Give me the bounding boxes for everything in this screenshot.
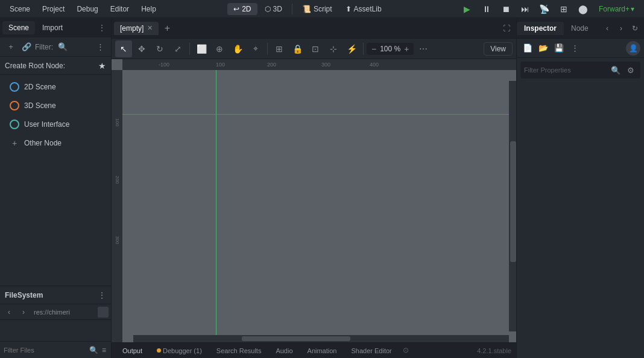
tab-node[interactable]: Node — [564, 22, 596, 35]
nav-prev-button[interactable]: ‹ — [601, 22, 614, 35]
step-button[interactable]: ⏭ — [517, 2, 534, 16]
tab-scene[interactable]: Scene — [2, 21, 35, 34]
tool-sep-3 — [363, 43, 364, 55]
tab-debugger[interactable]: Debugger (1) — [151, 346, 208, 356]
bone-tool[interactable]: ⚡ — [343, 40, 360, 57]
node-icon-3d — [10, 101, 19, 110]
avatar[interactable]: 👤 — [626, 41, 640, 56]
node-item-other[interactable]: + Other Node — [2, 134, 109, 152]
debugger-count: (1) — [194, 347, 201, 354]
nav-refresh-button[interactable]: ↻ — [628, 22, 642, 35]
node-item-ui[interactable]: User Interface — [2, 115, 109, 133]
tab-import[interactable]: Import — [36, 21, 69, 34]
hand-tool[interactable]: ✋ — [229, 40, 246, 57]
assetlib-icon: ⬆ — [346, 5, 352, 13]
tab-shader-editor[interactable]: Shader Editor — [345, 346, 397, 356]
node-item-2d[interactable]: 2D Scene — [2, 78, 109, 96]
tab-audio[interactable]: Audio — [270, 346, 298, 356]
more-options-button[interactable]: ⋮ — [93, 40, 107, 54]
add-node-button[interactable]: + — [4, 40, 18, 54]
remote-button[interactable]: 📡 — [536, 2, 553, 16]
search-icon[interactable]: 🔍 — [55, 40, 70, 54]
fullscreen-button[interactable]: ⛶ — [499, 21, 514, 36]
ruler-tick-v: 100 — [115, 118, 120, 126]
menu-help[interactable]: Help — [136, 4, 161, 14]
snap-tool[interactable]: ⊕ — [211, 40, 228, 57]
new-script-button[interactable]: 📄 — [520, 41, 535, 56]
menu-project[interactable]: Project — [37, 4, 69, 14]
tab-output[interactable]: Output — [116, 346, 148, 356]
panel-more-button[interactable]: ⋮ — [95, 21, 109, 34]
nav-next-button[interactable]: › — [614, 22, 628, 35]
create-root-label: Create Root Node: — [5, 62, 65, 70]
mode-3d-button[interactable]: ⬡ 3D — [259, 3, 288, 15]
view-button[interactable]: View — [484, 42, 513, 56]
mode-script-button[interactable]: 📜 Script — [296, 3, 338, 15]
more-options-button[interactable]: ⋮ — [567, 41, 582, 56]
grid-snap-tool[interactable]: ⊞ — [271, 40, 288, 57]
movie-button[interactable]: ⬤ — [575, 2, 592, 16]
stop-button[interactable]: ⏹ — [497, 2, 514, 16]
ruler-tick-v: 200 — [115, 176, 120, 184]
filter-settings-icon[interactable]: ⚙ — [625, 63, 637, 77]
create-root-section: Create Root Node: ★ — [0, 57, 111, 75]
lock-tool[interactable]: 🔒 — [289, 40, 306, 57]
zoom-out-button[interactable]: − — [370, 44, 377, 54]
tab-animation[interactable]: Animation — [301, 346, 343, 356]
filter-search-icon[interactable]: 🔍 — [610, 63, 622, 77]
filter-files-input[interactable] — [4, 347, 87, 354]
grid-button[interactable]: ⊞ — [555, 2, 572, 16]
add-tab-button[interactable]: + — [160, 21, 174, 36]
nav-forward-button[interactable]: › — [17, 305, 30, 319]
editor-tab-empty[interactable]: [empty] ✕ — [114, 22, 159, 35]
inspector-tabs: Inspector Node ‹ › ↻ — [517, 18, 644, 39]
scrollbar-vertical[interactable] — [509, 81, 516, 331]
mode-assetlib-button[interactable]: ⬆ AssetLib — [339, 3, 388, 15]
anchor-tool[interactable]: ⌖ — [247, 40, 264, 57]
scrollbar-v-thumb[interactable] — [510, 141, 516, 262]
filesystem-title: FileSystem — [5, 291, 43, 299]
scene-toolbar: + 🔗 Filter: 🔍 ⋮ — [0, 37, 111, 57]
move-tool[interactable]: ✥ — [133, 40, 150, 57]
node-label-ui: User Interface — [24, 120, 69, 129]
2d-label: 2D — [242, 5, 251, 13]
favorite-button[interactable]: ★ — [98, 61, 106, 71]
viewport[interactable]: -100 100 200 300 400 100 200 300 — [112, 59, 516, 342]
viewport-canvas[interactable] — [122, 70, 516, 342]
node-item-3d[interactable]: 3D Scene — [2, 97, 109, 115]
pause-button[interactable]: ⏸ — [478, 2, 495, 16]
filter-search-icon[interactable]: 🔍 — [89, 344, 98, 357]
select-tool[interactable]: ↖ — [115, 40, 132, 57]
distraction-icon[interactable]: ⊙ — [403, 346, 412, 356]
rotate-tool[interactable]: ↻ — [151, 40, 168, 57]
zoom-in-button[interactable]: + — [403, 44, 410, 54]
tab-inspector[interactable]: Inspector — [517, 22, 564, 35]
mode-2d-button[interactable]: ↩ 2D — [227, 3, 257, 15]
filesystem-more-button[interactable]: ⋮ — [98, 290, 106, 300]
nav-back-button[interactable]: ‹ — [2, 305, 16, 319]
open-folder-button[interactable]: 📂 — [536, 41, 551, 56]
link-button[interactable]: 🔗 — [19, 40, 34, 54]
filter-properties-input[interactable] — [524, 66, 607, 74]
filter-options-button[interactable]: ≡ — [101, 344, 107, 357]
ruler-tick-v: 300 — [115, 236, 120, 244]
renderer-button[interactable]: Forward+ ▾ — [594, 3, 639, 15]
play-button[interactable]: ▶ — [459, 2, 476, 16]
scale-tool[interactable]: ⤢ — [169, 40, 186, 57]
2d-icon: ↩ — [233, 5, 239, 13]
group-tool[interactable]: ⊡ — [307, 40, 324, 57]
pivot-tool[interactable]: ⊹ — [325, 40, 342, 57]
more-tools-button[interactable]: ⋯ — [415, 40, 432, 57]
tab-search-results[interactable]: Search Results — [210, 346, 268, 356]
scrollbar-horizontal[interactable] — [133, 335, 509, 342]
rect-tool[interactable]: ⬜ — [193, 40, 210, 57]
menu-debug[interactable]: Debug — [72, 4, 103, 14]
filesystem-path: res://chimeri — [31, 308, 72, 316]
menu-editor[interactable]: Editor — [106, 4, 134, 14]
tab-close-button[interactable]: ✕ — [147, 24, 153, 32]
script-icon: 📜 — [302, 5, 311, 13]
menu-scene[interactable]: Scene — [5, 4, 35, 14]
scrollbar-h-thumb[interactable] — [242, 336, 350, 341]
node-label-other: Other Node — [24, 139, 62, 147]
save-button[interactable]: 💾 — [552, 41, 566, 56]
